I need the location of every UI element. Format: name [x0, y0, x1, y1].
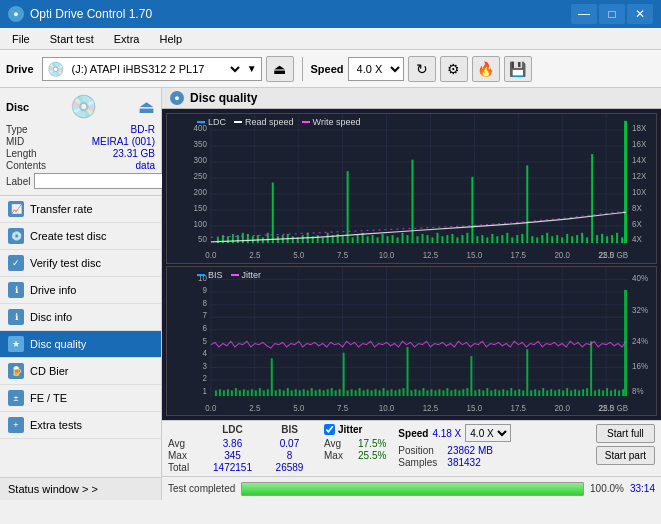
svg-rect-215	[482, 390, 484, 396]
position-val: 23862 MB	[447, 445, 493, 456]
minimize-button[interactable]: —	[571, 4, 597, 24]
svg-text:15.0: 15.0	[467, 402, 483, 413]
svg-text:2: 2	[202, 372, 207, 383]
svg-rect-56	[407, 235, 409, 243]
jitter-section: Jitter Avg 17.5% Max 25.5%	[324, 424, 386, 461]
burn-button[interactable]: 🔥	[472, 56, 500, 82]
svg-rect-77	[511, 237, 513, 243]
svg-rect-197	[411, 390, 413, 396]
svg-rect-233	[554, 390, 556, 396]
svg-rect-162	[271, 358, 273, 396]
svg-text:16%: 16%	[632, 360, 648, 371]
svg-rect-65	[451, 234, 453, 243]
svg-rect-172	[311, 388, 313, 396]
status-window-button[interactable]: Status window > >	[0, 477, 161, 500]
svg-rect-85	[551, 236, 553, 243]
svg-rect-26	[257, 235, 259, 243]
bis-jitter-chart: BIS Jitter	[166, 266, 657, 417]
svg-text:40%: 40%	[632, 272, 648, 283]
menu-help[interactable]: Help	[151, 31, 190, 47]
svg-rect-83	[541, 235, 543, 243]
svg-rect-223	[514, 390, 516, 396]
sidebar-item-create-test-disc[interactable]: 💿 Create test disc	[0, 223, 161, 250]
svg-rect-213	[474, 390, 476, 396]
avg-label: Avg	[168, 438, 198, 449]
svg-rect-170	[303, 389, 305, 396]
svg-rect-64	[446, 235, 448, 243]
sidebar-item-transfer-rate[interactable]: 📈 Transfer rate	[0, 196, 161, 223]
time-display: 33:14	[630, 483, 655, 494]
svg-text:10.0: 10.0	[379, 402, 395, 413]
action-buttons: Start full Start part	[596, 424, 655, 465]
length-key: Length	[6, 148, 37, 159]
svg-rect-218	[494, 389, 496, 396]
label-input[interactable]	[34, 173, 167, 189]
svg-text:17.5: 17.5	[511, 402, 527, 413]
sidebar-item-drive-info[interactable]: ℹ Drive info	[0, 277, 161, 304]
svg-rect-75	[501, 235, 503, 243]
svg-rect-148	[215, 390, 217, 396]
svg-rect-240	[582, 389, 584, 396]
maximize-button[interactable]: □	[599, 4, 625, 24]
disc-icon: 💿	[70, 94, 97, 120]
sidebar-item-label: Extra tests	[30, 419, 82, 431]
disc-quality-title: Disc quality	[190, 91, 257, 105]
sidebar-item-label: Transfer rate	[30, 203, 93, 215]
svg-rect-73	[491, 234, 493, 243]
sidebar-item-label: Disc info	[30, 311, 72, 323]
svg-rect-159	[259, 388, 261, 396]
svg-rect-184	[359, 388, 361, 396]
save-button[interactable]: 💾	[504, 56, 532, 82]
svg-rect-245	[602, 390, 604, 396]
svg-rect-67	[461, 235, 463, 243]
svg-rect-219	[498, 390, 500, 396]
svg-text:1: 1	[202, 385, 207, 396]
jitter-checkbox[interactable]	[324, 424, 335, 435]
eject-button[interactable]: ⏏	[266, 56, 294, 82]
sidebar-item-extra-tests[interactable]: + Extra tests	[0, 412, 161, 439]
sidebar-item-disc-info[interactable]: ℹ Disc info	[0, 304, 161, 331]
svg-rect-239	[578, 390, 580, 396]
svg-rect-99	[621, 237, 623, 243]
svg-text:20.0: 20.0	[554, 249, 570, 260]
svg-text:5.0: 5.0	[293, 402, 304, 413]
svg-rect-194	[399, 389, 401, 396]
jitter-max-label: Max	[324, 450, 354, 461]
svg-text:10.0: 10.0	[379, 249, 395, 260]
disc-quality-header-icon: ●	[170, 91, 184, 105]
start-part-button[interactable]: Start part	[596, 446, 655, 465]
speed-stat-select[interactable]: 4.0 X	[465, 424, 511, 442]
svg-rect-55	[402, 233, 404, 243]
svg-rect-174	[319, 389, 321, 396]
svg-rect-63	[441, 236, 443, 243]
svg-rect-226	[526, 349, 528, 396]
drive-selector[interactable]: 💿 (J:) ATAPI iHBS312 2 PL17 ▼	[42, 57, 262, 81]
close-button[interactable]: ✕	[627, 4, 653, 24]
svg-rect-68	[466, 233, 468, 243]
svg-rect-165	[283, 390, 285, 396]
svg-rect-152	[231, 390, 233, 396]
sidebar-item-verify-test-disc[interactable]: ✓ Verify test disc	[0, 250, 161, 277]
disc-panel: Disc 💿 ⏏ Type BD-R MID MEIRA1 (001) Leng…	[0, 88, 161, 196]
refresh-button[interactable]: ↻	[408, 56, 436, 82]
svg-rect-243	[594, 390, 596, 396]
sidebar-item-fe-te[interactable]: ± FE / TE	[0, 385, 161, 412]
svg-rect-242	[590, 341, 592, 396]
start-full-button[interactable]: Start full	[596, 424, 655, 443]
app-icon: ●	[8, 6, 24, 22]
svg-rect-224	[518, 389, 520, 396]
svg-rect-200	[422, 388, 424, 396]
svg-text:7: 7	[202, 309, 207, 320]
svg-rect-51	[382, 234, 384, 243]
sidebar-item-cd-bier[interactable]: 🍺 CD Bier	[0, 358, 161, 385]
svg-rect-247	[610, 390, 612, 396]
menu-file[interactable]: File	[4, 31, 38, 47]
sidebar-item-disc-quality[interactable]: ★ Disc quality	[0, 331, 161, 358]
menu-start-test[interactable]: Start test	[42, 31, 102, 47]
drive-dropdown[interactable]: (J:) ATAPI iHBS312 2 PL17	[68, 62, 243, 76]
svg-rect-81	[531, 236, 533, 243]
speed-dropdown[interactable]: 4.0 X	[348, 57, 404, 81]
menu-extra[interactable]: Extra	[106, 31, 148, 47]
settings-button[interactable]: ⚙	[440, 56, 468, 82]
svg-rect-201	[426, 390, 428, 396]
